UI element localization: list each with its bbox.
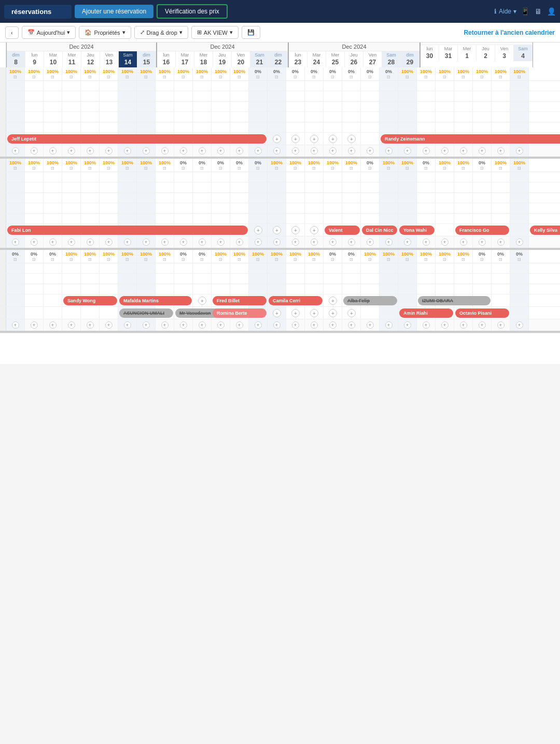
add-btn-12[interactable]: + [236,238,243,246]
occ-cell-13[interactable]: 100%⊡ [249,250,268,263]
add-btn-25[interactable]: + [479,147,486,155]
occ-cell-11[interactable]: 100%⊡ [212,67,230,80]
occ-cell-25[interactable]: 0%⊡ [473,250,492,263]
add-cell-21[interactable]: + [398,236,417,248]
properties-button[interactable]: 🏠 Propriétés ▾ [79,26,131,39]
occ-cell-2[interactable]: 100%⊡ [44,159,62,172]
occ-cell-27[interactable]: 100%⊡ [510,159,529,172]
occ-cell-12[interactable]: 100%⊡ [230,250,249,263]
add-btn-18[interactable]: + [348,238,355,246]
add-btn-21[interactable]: + [404,321,411,329]
occ-cell-4[interactable]: 100%⊡ [81,159,100,172]
add-btn-5[interactable]: + [105,321,113,329]
add-cell-15[interactable]: + [286,236,305,248]
add-btn-11[interactable]: + [217,238,225,246]
add-cell-16[interactable]: + [305,319,324,331]
add-cell-20[interactable]: + [380,145,398,157]
add-btn-9[interactable]: + [180,147,187,155]
add-btn-6[interactable]: + [124,147,131,155]
reservation-bar-kelly-silva[interactable]: Kelly Silva [530,226,560,235]
occ-cell-22[interactable]: 0%⊡ [417,159,436,172]
occ-cell-24[interactable]: 100%⊡ [454,67,473,80]
add-btn-5[interactable]: + [105,238,113,246]
add-cell-12[interactable]: + [230,319,249,331]
add-cell-14[interactable]: + [268,319,286,331]
occ-cell-24[interactable]: 100%⊡ [454,159,473,172]
add-cell-0[interactable]: + [6,236,25,248]
reservation-bar-mafalda-martins[interactable]: Mafalda Martins [119,296,192,305]
occ-cell-3[interactable]: 100%⊡ [62,159,81,172]
occ-cell-4[interactable]: 100%⊡ [81,250,100,263]
occ-cell-17[interactable]: 100%⊡ [324,159,342,172]
add-cell-26[interactable]: + [492,145,510,157]
occ-cell-20[interactable]: 0%⊡ [380,67,398,80]
add-cell-0[interactable]: + [6,145,25,157]
add-btn-2[interactable]: + [49,147,57,155]
occ-cell-10[interactable]: 0%⊡ [193,250,212,263]
occ-cell-23[interactable]: 100%⊡ [436,250,454,263]
add-cell-6[interactable]: + [118,145,137,157]
add-btn-8[interactable]: + [161,321,169,329]
occ-cell-10[interactable]: 100%⊡ [193,67,212,80]
add-btn-7[interactable]: + [143,321,150,329]
add-cell-22[interactable]: + [417,236,436,248]
add-btn-23[interactable]: + [441,321,449,329]
add-cell-2[interactable]: + [44,236,62,248]
add-cell-1[interactable]: + [25,145,44,157]
add-cell-24[interactable]: + [454,145,473,157]
reservation-bar-camila-cerri[interactable]: Camila Cerri [269,296,323,305]
occ-cell-9[interactable]: 0%⊡ [174,250,193,263]
add-btn-7[interactable]: + [143,147,150,155]
add-btn-12[interactable]: + [236,321,243,329]
occ-cell-7[interactable]: 100%⊡ [137,159,156,172]
add-btn-0[interactable]: + [12,238,19,246]
add-cell-9[interactable]: + [174,236,193,248]
add-cell-24[interactable]: + [454,236,473,248]
add-btn-14[interactable]: + [273,147,281,155]
desktop-icon[interactable]: 🖥 [535,7,542,16]
add-cell-5[interactable]: + [100,145,118,157]
occ-cell-12[interactable]: 0%⊡ [230,159,249,172]
add-btn-23[interactable]: + [441,238,449,246]
occ-cell-21[interactable]: 100%⊡ [398,250,417,263]
help-button[interactable]: ℹ Aide ▾ [494,8,516,15]
add-cell-21[interactable]: + [398,145,417,157]
occ-cell-7[interactable]: 100%⊡ [137,67,156,80]
add-btn-23[interactable]: + [441,147,449,155]
add-btn-18[interactable]: + [348,147,355,155]
add-btn-8[interactable]: + [161,147,169,155]
add-cell-10[interactable]: + [193,145,212,157]
add-btn-19[interactable]: + [367,238,374,246]
add-cell-25[interactable]: + [473,236,492,248]
add-cell-8[interactable]: + [156,319,174,331]
save-button[interactable]: 💾 [242,26,260,39]
mobile-icon[interactable]: 📱 [521,7,529,16]
add-btn-17[interactable]: + [329,147,337,155]
add-cell-18[interactable]: + [342,236,361,248]
add-btn-19[interactable]: + [367,147,374,155]
occ-cell-11[interactable]: 0%⊡ [212,159,230,172]
occ-cell-15[interactable]: 100%⊡ [286,250,305,263]
occ-cell-26[interactable]: 100%⊡ [492,67,510,80]
add-btn-21[interactable]: + [404,147,411,155]
add-cell-19[interactable]: + [361,145,380,157]
reservation-bar-alba-felip[interactable]: Alba Felip [343,296,397,305]
occ-cell-6[interactable]: 100%⊡ [118,250,137,263]
occ-cell-4[interactable]: 100%⊡ [81,67,100,80]
add-btn-2[interactable]: + [49,321,57,329]
add-btn-5[interactable]: + [105,147,113,155]
add-btn-25[interactable]: + [479,321,486,329]
occ-cell-20[interactable]: 100%⊡ [380,250,398,263]
add-btn-16[interactable]: + [311,321,318,329]
add-cell-17[interactable]: + [324,319,342,331]
occ-cell-27[interactable]: 100%⊡ [510,67,529,80]
add-cell-11[interactable]: + [212,145,230,157]
add-cell-25[interactable]: + [473,319,492,331]
occ-cell-10[interactable]: 0%⊡ [193,159,212,172]
occ-cell-18[interactable]: 100%⊡ [342,159,361,172]
occ-cell-18[interactable]: 0%⊡ [342,250,361,263]
add-cell-7[interactable]: + [137,319,156,331]
add-cell-11[interactable]: + [212,319,230,331]
add-btn-15[interactable]: + [292,147,299,155]
occ-cell-25[interactable]: 100%⊡ [473,67,492,80]
